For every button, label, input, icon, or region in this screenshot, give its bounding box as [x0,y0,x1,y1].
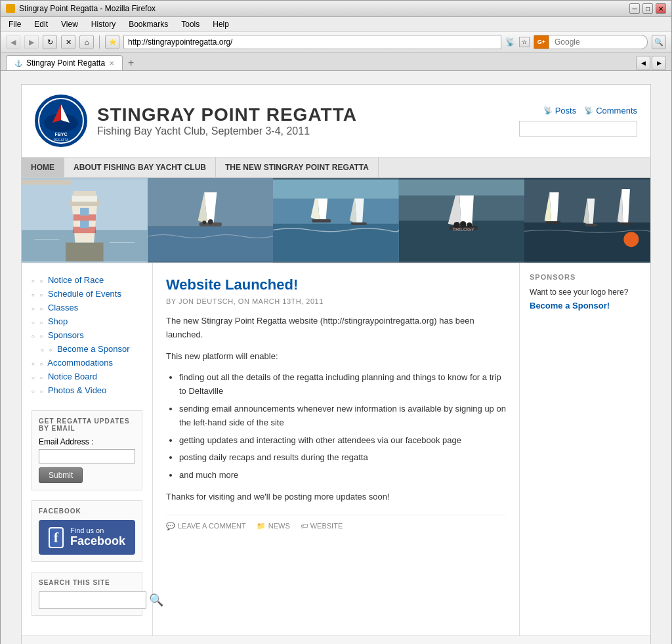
site-nav: HOME ABOUT FISHING BAY YACHT CLUB THE NE… [22,158,650,178]
become-sponsor-link-right[interactable]: Become a Sponsor! [530,301,610,311]
email-box-title: GET REGATTA UPDATES BY EMAIL [39,418,135,432]
menu-file[interactable]: File [6,18,24,30]
email-label: Email Address : [39,437,135,446]
maximize-button[interactable]: □ [642,3,653,14]
comments-link[interactable]: 📡 Comments [584,106,637,116]
schedule-link[interactable]: Schedule of Events [48,289,121,299]
facebook-box: FACEBOOK f Find us on Facebook [32,500,142,562]
site-logo: FBYC REGATTA [35,95,87,147]
nav-bar: ◀ ▶ ↻ ✕ ⌂ ⭐ 📡 ☆ G+ 🔍 [1,32,671,53]
notice-of-race-link[interactable]: Notice of Race [48,275,104,285]
svg-rect-46 [399,179,525,195]
email-input[interactable] [39,449,135,463]
svg-rect-51 [546,221,561,223]
new-tab-button[interactable]: + [124,56,138,70]
become-sponsor-link[interactable]: Become a Sponsor [57,344,130,354]
stop-button[interactable]: ✕ [61,35,75,49]
tab-label: Stingray Point Regatta [26,58,105,68]
lighthouse-illustration [22,178,148,263]
post-bullet-list: finding out all the details of the regat… [179,371,506,483]
svg-rect-17 [80,221,89,228]
site-subtitle: Fishing Bay Yacht Club, September 3-4, 2… [97,125,357,137]
header-right: 📡 Posts 📡 Comments [519,106,637,137]
classes-link[interactable]: Classes [48,303,78,312]
photos-link[interactable]: Photos & Video [48,385,106,395]
sidebar-item-notice-of-race: ○ Notice of Race [32,273,142,287]
facebook-find-link[interactable]: f Find us on Facebook [39,520,135,555]
menu-bookmarks[interactable]: Bookmarks [126,18,171,30]
url-bar[interactable] [123,35,501,49]
sidebar-item-notice-board: ○ Notice Board [32,370,142,383]
shop-link[interactable]: Shop [48,316,68,326]
title-bar: Stingray Point Regatta - Mozilla Firefox… [1,1,671,17]
menu-bar: File Edit View History Bookmarks Tools H… [1,17,671,32]
post-paragraph-2: This new platform will enable: [166,350,506,364]
tab-close-button[interactable]: ✕ [109,60,114,67]
svg-rect-16 [80,207,89,215]
post-meta: BY JON DEUTSCH, ON MARCH 13TH, 2011 [166,297,506,305]
reload-button[interactable]: ↻ [43,35,57,49]
minimize-button[interactable]: ─ [629,3,640,14]
menu-history[interactable]: History [89,18,118,30]
hero-images: TRILOGY [22,178,650,263]
hero-img-3 [273,178,399,263]
main-layout: ○ Notice of Race ○ Schedule of Events ○ … [22,263,650,635]
title-bar-left: Stingray Point Regatta - Mozilla Firefox [6,4,156,13]
news-link[interactable]: 📁 NEWS [257,522,290,530]
close-button[interactable]: ✕ [656,3,666,14]
bullet: ○ [39,361,43,367]
hero-img-1 [22,178,148,263]
sidebar-item-become-sponsor: ○ Become a Sponsor [32,342,142,356]
home-button[interactable]: ⌂ [79,35,94,49]
menu-edit[interactable]: Edit [32,18,51,30]
news-label: NEWS [268,522,290,530]
hero-img-5 [524,178,650,263]
sidebar: ○ Notice of Race ○ Schedule of Events ○ … [22,263,153,635]
browser-search-input[interactable] [549,35,648,49]
menu-help[interactable]: Help [210,18,232,30]
svg-rect-22 [148,226,274,261]
comments-rss-icon: 📡 [584,106,593,115]
header-search-input[interactable] [519,121,637,137]
website-tag-link[interactable]: 🏷 WEBSITE [301,522,343,530]
site-search-input[interactable] [39,591,146,609]
site-footer: Copyright © 2011 Fishing Bay Yacht Club … [22,635,650,644]
menu-view[interactable]: View [58,18,81,30]
tag-icon: 🏷 [301,522,308,530]
search-engine-icon: G+ [534,35,549,49]
notice-board-link[interactable]: Notice Board [48,372,97,381]
nav-about[interactable]: ABOUT FISHING BAY YACHT CLUB [64,158,216,177]
sailing-img-5 [524,178,650,263]
leave-comment-link[interactable]: 💬 LEAVE A COMMENT [166,522,246,530]
bullet: ○ [39,320,43,326]
post-title: Website Launched! [166,276,506,293]
scroll-left-button[interactable]: ◀ [636,56,650,70]
sidebar-item-accommodations: ○ Accommodations [32,356,142,370]
list-item: posting daily recaps and results during … [179,451,506,465]
back-button[interactable]: ◀ [6,35,20,49]
forward-button[interactable]: ▶ [24,35,39,49]
sidebar-item-sponsors: ○ Sponsors [32,328,142,342]
search-box-sidebar: SEARCH THIS SITE 🔍 [32,572,142,616]
posts-link[interactable]: 📡 Posts [543,106,577,116]
bullet: ○ [39,306,43,312]
nav-new-regatta[interactable]: THE NEW STINGRAY POINT REGATTA [216,158,379,177]
star-button[interactable]: ☆ [519,37,530,47]
active-tab[interactable]: ⚓ Stingray Point Regatta ✕ [6,55,123,70]
site-content: FBYC REGATTA STINGRAY POINT REGATTA Fish… [21,84,651,644]
search-button[interactable]: 🔍 [652,35,666,49]
svg-rect-57 [619,222,633,225]
menu-tools[interactable]: Tools [178,18,202,30]
accommodations-link[interactable]: Accommodations [47,358,113,368]
bullet: ○ [39,333,43,339]
nav-home[interactable]: HOME [22,158,64,177]
list-item: and much more [179,469,506,483]
svg-point-58 [624,232,639,247]
bookmark-button[interactable]: ⭐ [105,35,119,49]
svg-point-27 [202,221,206,225]
svg-rect-54 [585,223,597,226]
submit-button[interactable]: Submit [39,467,83,483]
site-wrapper: FBYC REGATTA STINGRAY POINT REGATTA Fish… [1,71,671,644]
scroll-right-button[interactable]: ▶ [652,56,666,70]
sponsors-link[interactable]: Sponsors [48,330,84,340]
